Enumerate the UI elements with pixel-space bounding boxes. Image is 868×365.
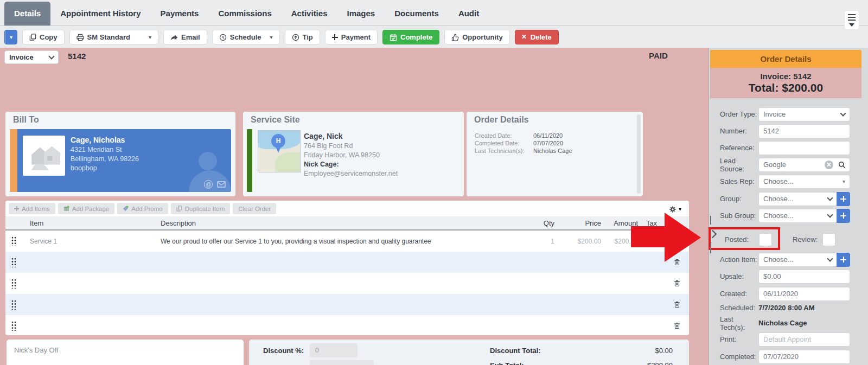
item-qty[interactable]: 1 — [522, 238, 554, 245]
last-technician-label: Last Technician(s): — [475, 148, 533, 155]
chevron-down-icon — [827, 195, 833, 201]
table-settings-button[interactable]: ▾ — [667, 203, 684, 215]
sidebar-invoice-line: Invoice: 5142 — [710, 72, 861, 81]
drag-handle-icon[interactable] — [11, 279, 16, 289]
print-profile-button[interactable]: SM Standard ▾ — [69, 30, 159, 44]
posted-checkbox[interactable] — [759, 233, 772, 246]
tax-rate-select: No Tax (0.000%) ▾ — [310, 360, 374, 365]
tab-images[interactable]: Images — [337, 2, 385, 25]
empty-line-item-row — [5, 252, 689, 273]
last-techs-row: Last Tech(s): Nicholas Cage — [720, 316, 850, 330]
order-type-select[interactable]: Invoice — [4, 50, 59, 64]
order-note-input[interactable]: Nick's Day Off — [7, 340, 244, 365]
line-items-panel: Add Items Add Package Add Promo Duplicat… — [5, 201, 689, 335]
complete-button[interactable]: Complete — [382, 30, 439, 44]
order-note-card: Nick's Day Off — [7, 340, 244, 365]
item-price[interactable]: $200.00 — [554, 238, 601, 245]
review-label: Review: — [793, 235, 818, 244]
schedule-button[interactable]: Schedule ▾ — [212, 30, 280, 44]
payment-button[interactable]: Payment — [325, 30, 378, 44]
tab-commissions[interactable]: Commissions — [208, 2, 281, 25]
item-name[interactable]: Service 1 — [22, 238, 152, 245]
save-button[interactable]: Save ▾ — [4, 30, 17, 44]
trash-icon[interactable] — [674, 259, 680, 266]
item-description[interactable]: We our proud to offer our Service 1 to y… — [152, 238, 522, 245]
gear-caret: ▾ — [679, 207, 681, 212]
delete-button[interactable]: Delete — [515, 30, 559, 44]
tab-payments[interactable]: Payments — [151, 2, 209, 25]
copy-button[interactable]: Copy — [22, 30, 65, 44]
order-details-page: Details Appointment History Payments Com… — [0, 0, 868, 365]
upsale-row: Upsale: — [720, 269, 850, 284]
schedule-caret[interactable]: ▾ — [270, 35, 273, 40]
lead-source-row: Lead Source: — [720, 157, 850, 172]
add-group-button[interactable] — [837, 192, 850, 206]
upsale-input[interactable] — [758, 270, 850, 284]
site-map-thumbnail[interactable]: H — [258, 130, 301, 172]
sub-group-select[interactable]: Choose... — [758, 209, 837, 223]
page-menu-button[interactable] — [845, 11, 859, 29]
at-sign-icon[interactable]: @ — [204, 180, 213, 189]
print-profile-label: SM Standard — [87, 33, 130, 41]
search-icon[interactable] — [838, 161, 846, 169]
tip-button[interactable]: Tip — [285, 30, 320, 44]
panel-handle-tick — [710, 216, 711, 225]
contact-accent-strip — [10, 129, 17, 192]
lead-source-input[interactable] — [758, 158, 850, 172]
bill-to-title: Bill To — [13, 115, 39, 125]
completed-date-value: 07/07/2020 — [533, 140, 563, 147]
order-number-input[interactable] — [758, 124, 850, 138]
action-item-select[interactable]: Choose... — [758, 253, 837, 267]
plus-icon — [332, 34, 338, 40]
panel-handle-tick — [710, 242, 711, 253]
sidebar-order-type-select[interactable]: Invoice — [758, 107, 850, 121]
created-input[interactable] — [758, 287, 850, 301]
item-amount[interactable]: $200.00 — [601, 238, 638, 245]
trash-icon[interactable] — [674, 301, 680, 308]
drag-handle-icon[interactable] — [11, 258, 16, 267]
bill-to-contact-card[interactable]: Cage, Nicholas 4321 Meridian St Bellingh… — [10, 129, 231, 192]
tab-details[interactable]: Details — [4, 2, 50, 25]
house-image — [27, 140, 61, 171]
drag-handle-icon[interactable] — [11, 321, 16, 331]
service-site-address2: Friday Harbor, WA 98250 — [304, 151, 398, 160]
chevron-down-icon — [48, 53, 54, 59]
tab-activities[interactable]: Activities — [282, 2, 337, 25]
add-items-button: Add Items — [9, 203, 55, 214]
sub-group-row: Sub Group: Choose... — [720, 208, 850, 223]
order-main-area: Invoice 5142 PAID Bill To Cage, Nicholas… — [0, 48, 709, 365]
card-scrollbar[interactable] — [637, 114, 641, 194]
tab-documents[interactable]: Documents — [385, 2, 449, 25]
trash-icon[interactable] — [674, 280, 680, 287]
copy-label: Copy — [40, 33, 58, 41]
email-button[interactable]: Email — [163, 30, 207, 44]
envelope-icon[interactable] — [217, 181, 226, 188]
add-sub-group-button[interactable] — [837, 209, 850, 223]
trash-icon[interactable] — [674, 238, 680, 245]
trash-icon[interactable] — [674, 322, 680, 329]
action-item-row: Action Item: Choose... — [720, 252, 850, 267]
reference-input[interactable] — [758, 141, 850, 155]
completed-input[interactable] — [758, 350, 850, 364]
tab-appointment-history[interactable]: Appointment History — [50, 2, 150, 25]
schedule-label: Schedule — [230, 33, 261, 41]
order-info-title: Order Details — [474, 115, 528, 125]
add-action-item-button[interactable] — [837, 253, 850, 267]
line-items-header: Item Description Qty Price Amount Tax — [5, 216, 689, 230]
review-checkbox[interactable] — [822, 233, 835, 246]
clear-icon[interactable] — [825, 161, 833, 169]
print-profile-caret[interactable]: ▾ — [149, 35, 151, 40]
package-icon — [63, 206, 69, 212]
order-totals-panel: Discount %: Tax Rate: No Tax (0.000%) ▾ … — [249, 340, 689, 365]
drag-handle-icon[interactable] — [11, 236, 16, 246]
plus-icon — [840, 213, 846, 219]
group-select[interactable]: Choose... — [758, 192, 837, 206]
plus-icon — [840, 257, 846, 262]
opportunity-button[interactable]: Opportunity — [444, 30, 509, 44]
tab-audit[interactable]: Audit — [449, 2, 489, 25]
save-dropdown-caret[interactable]: ▾ — [5, 30, 17, 44]
print-profile-input[interactable] — [758, 332, 850, 347]
drag-handle-icon[interactable] — [11, 300, 16, 310]
sales-rep-select[interactable]: Choose... ▾ — [758, 175, 850, 189]
item-tax-check[interactable]: ✓ — [638, 237, 665, 245]
